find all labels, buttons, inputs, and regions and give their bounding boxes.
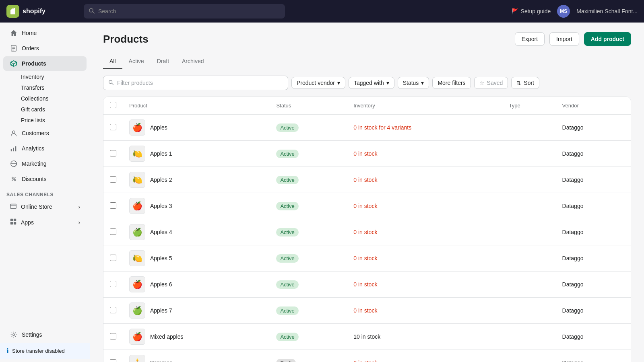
status-badge: Active — [276, 280, 298, 289]
sidebar-item-collections[interactable]: Collections — [18, 93, 87, 104]
status-label: Status — [403, 80, 419, 86]
vendor-value: Dataggo — [562, 360, 584, 362]
tab-archived[interactable]: Archived — [175, 54, 210, 69]
status-badge: Active — [276, 150, 298, 158]
vendor-cell: Dataggo — [556, 193, 631, 219]
table-row[interactable]: 🍎 Apples Active 0 in stock for 4 variant… — [103, 115, 631, 141]
svg-point-0 — [89, 8, 93, 12]
product-name: Apples 1 — [150, 150, 172, 157]
type-cell — [502, 167, 555, 193]
export-button[interactable]: Export — [515, 32, 545, 46]
tab-active[interactable]: Active — [122, 54, 151, 69]
status-filter[interactable]: Status ▾ — [398, 77, 429, 89]
row-checkbox[interactable] — [110, 281, 116, 287]
inventory-cell: 0 in stock — [347, 298, 502, 324]
info-icon: ℹ — [6, 347, 9, 355]
sidebar-item-settings[interactable]: Settings — [3, 327, 87, 342]
setup-guide[interactable]: 🚩 Setup guide — [512, 8, 551, 14]
row-checkbox[interactable] — [110, 333, 116, 339]
product-name: Apples 6 — [150, 281, 172, 288]
row-checkbox[interactable] — [110, 255, 116, 261]
sidebar-item-analytics[interactable]: Analytics — [3, 141, 87, 156]
sidebar-item-discounts-label: Discounts — [22, 176, 46, 182]
tab-draft[interactable]: Draft — [151, 54, 175, 69]
sidebar-item-marketing-label: Marketing — [22, 160, 46, 167]
vendor-value: Dataggo — [562, 307, 584, 314]
more-filters-button[interactable]: More filters — [432, 77, 471, 89]
type-cell — [502, 141, 555, 167]
sidebar-item-home[interactable]: Home — [3, 26, 87, 40]
table-row[interactable]: 🍎 Apples 3 Active 0 in stock Dataggo — [103, 193, 631, 219]
status-cell: Active — [270, 115, 347, 141]
table-row[interactable]: 🍎 Mixed apples Active 10 in stock Datagg… — [103, 324, 631, 350]
table-row[interactable]: 🍋 Apples 1 Active 0 in stock Dataggo — [103, 141, 631, 167]
status-cell: Draft — [270, 350, 347, 362]
tab-all[interactable]: All — [103, 54, 122, 69]
store-notice-text: Store transfer disabled — [12, 348, 65, 354]
filter-search[interactable] — [103, 76, 288, 90]
sidebar-item-price-lists[interactable]: Price lists — [18, 115, 87, 125]
sidebar-item-apps[interactable]: Apps › — [3, 215, 87, 230]
sidebar-item-marketing[interactable]: Marketing — [3, 156, 87, 171]
vendor-value: Dataggo — [562, 203, 584, 209]
inventory-column-header: Inventory — [347, 97, 502, 115]
table-row[interactable]: 🍎 Apples 6 Active 0 in stock Dataggo — [103, 272, 631, 298]
apps-chevron-icon: › — [78, 219, 80, 226]
select-all-checkbox[interactable] — [110, 102, 116, 108]
sidebar-item-online-store[interactable]: Online Store › — [3, 199, 87, 214]
inventory-value: 0 in stock — [353, 360, 377, 362]
sidebar-item-customers[interactable]: Customers — [3, 126, 87, 140]
row-checkbox[interactable] — [110, 150, 116, 156]
orders-icon — [10, 44, 18, 52]
sidebar-item-orders[interactable]: Orders — [3, 41, 87, 56]
table-row[interactable]: 🍋 Apples 2 Active 0 in stock Dataggo — [103, 167, 631, 193]
inventory-cell: 0 in stock — [347, 141, 502, 167]
saved-button[interactable]: ☆ Saved — [474, 77, 508, 89]
home-icon — [10, 29, 18, 37]
star-icon: ☆ — [479, 80, 485, 86]
product-vendor-filter[interactable]: Product vendor ▾ — [291, 77, 345, 89]
sidebar-item-products[interactable]: Products — [3, 56, 87, 71]
sidebar-item-orders-label: Orders — [22, 45, 39, 51]
product-name: Apples 3 — [150, 203, 172, 209]
table-row[interactable]: 🍏 Apples 4 Active 0 in stock Dataggo — [103, 219, 631, 245]
status-chevron-icon: ▾ — [421, 80, 424, 86]
type-cell — [502, 324, 555, 350]
table-row[interactable]: 🍏 Apples 7 Active 0 in stock Dataggo — [103, 298, 631, 324]
sort-button[interactable]: ⇅ Sort — [511, 77, 539, 89]
row-checkbox[interactable] — [110, 176, 116, 183]
inventory-cell: 0 in stock — [347, 245, 502, 272]
sidebar-item-transfers[interactable]: Transfers — [18, 82, 87, 93]
product-name: Apples 4 — [150, 229, 172, 235]
table-row[interactable]: 🍋 Apples 5 Active 0 in stock Dataggo — [103, 245, 631, 272]
product-thumbnail: 🍋 — [129, 250, 145, 266]
table-row[interactable]: 🕯️ Pommes Draft 0 in stock Dataggo — [103, 350, 631, 362]
tagged-with-filter[interactable]: Tagged with ▾ — [349, 77, 394, 89]
row-checkbox[interactable] — [110, 124, 116, 130]
row-checkbox[interactable] — [110, 228, 116, 235]
search-bar[interactable] — [84, 4, 285, 19]
product-thumbnail: 🍋 — [129, 172, 145, 188]
row-checkbox-cell — [103, 350, 123, 362]
status-cell: Active — [270, 141, 347, 167]
add-product-button[interactable]: Add product — [584, 32, 631, 46]
logo-area[interactable]: shopify — [6, 5, 79, 18]
product-cell: 🍎 Apples 6 — [123, 272, 270, 298]
row-checkbox[interactable] — [110, 359, 116, 362]
sidebar-item-gift-cards[interactable]: Gift cards — [18, 104, 87, 115]
filter-products-input[interactable] — [117, 80, 283, 86]
avatar[interactable]: MS — [557, 5, 570, 18]
status-badge: Active — [276, 123, 298, 132]
customers-icon — [10, 129, 18, 137]
row-checkbox[interactable] — [110, 307, 116, 313]
sidebar-item-products-label: Products — [22, 60, 46, 67]
sidebar-item-inventory[interactable]: Inventory — [18, 72, 87, 82]
status-cell: Active — [270, 193, 347, 219]
main-content: Products Export Import Add product All A… — [90, 23, 644, 362]
row-checkbox[interactable] — [110, 202, 116, 209]
sidebar-item-discounts[interactable]: Discounts — [3, 172, 87, 186]
import-button[interactable]: Import — [549, 32, 579, 46]
products-table: Product Status Inventory Type — [103, 97, 631, 362]
product-cell: 🍋 Apples 5 — [123, 245, 270, 272]
search-input[interactable] — [98, 8, 280, 14]
